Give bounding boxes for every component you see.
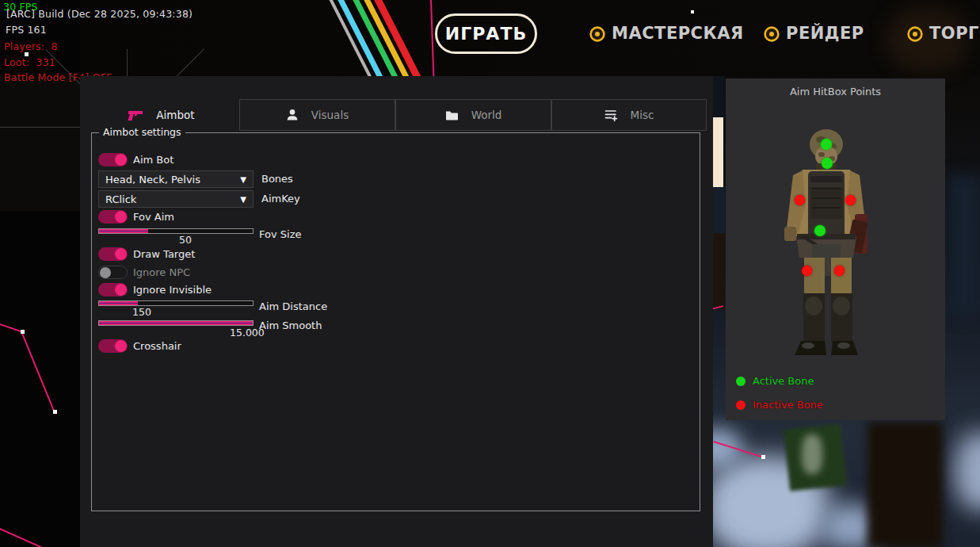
tab-label: Aimbot [156, 109, 194, 121]
esp-line [0, 528, 43, 547]
bone-dot-neck[interactable] [822, 158, 833, 169]
nav-item-raider[interactable]: РЕЙДЕР [786, 24, 864, 43]
esp-line [0, 323, 23, 333]
ignore-npc-label: Ignore NPC [133, 266, 190, 278]
draw-target-toggle[interactable] [98, 247, 128, 261]
play-button[interactable]: ИГРАТЬ [435, 13, 537, 54]
ignore-invisible-label: Ignore Invisible [133, 284, 212, 296]
ignore-invisible-toggle[interactable] [98, 283, 128, 296]
tab-label: World [471, 109, 502, 121]
fov-aim-label: Fov Aim [133, 211, 174, 223]
background-light-blob [704, 456, 830, 547]
aim-bot-toggle[interactable] [98, 153, 128, 166]
bones-dropdown[interactable]: Head, Neck, Pelvis ▼ [98, 170, 254, 188]
active-bone-label: Active Bone [753, 375, 814, 387]
background-light-blob [955, 432, 980, 511]
bone-dot-right-arm[interactable] [795, 195, 805, 205]
aim-smooth-label: Aim Smooth [259, 319, 322, 331]
dropdown-arrow-icon: ▼ [240, 175, 246, 184]
aimkey-dropdown-value: RClick [105, 193, 136, 205]
esp-joint-dot [21, 330, 25, 334]
bone-dot-head[interactable] [821, 139, 832, 150]
background-light-blob [820, 503, 883, 547]
ignore-npc-toggle[interactable] [98, 266, 128, 279]
players-counter: Players: 8 [4, 40, 58, 52]
fov-size-value: 50 [179, 234, 192, 246]
groupbox-title: Aimbot settings [99, 126, 185, 138]
esp-joint-dot [53, 410, 57, 414]
person-icon [286, 109, 299, 121]
esp-joint-dot [761, 455, 765, 459]
esp-line [21, 331, 55, 411]
tab-misc[interactable]: Misc [551, 99, 707, 131]
tab-label: Visuals [311, 109, 349, 121]
play-button-label: ИГРАТЬ [445, 24, 527, 44]
background-left-wall [0, 76, 80, 211]
screen: 30 FPS [ARC] Build (Dec 28 2025, 09:43:3… [0, 0, 980, 547]
loot-counter: Loot: 331 [4, 56, 55, 68]
background-pillar [868, 422, 943, 547]
tab-visuals[interactable]: Visuals [239, 99, 395, 131]
aimkey-dropdown[interactable]: RClick ▼ [98, 190, 254, 208]
legend-active-bone: Active Bone [736, 375, 814, 387]
pistol-icon [128, 109, 143, 121]
folder-icon [445, 109, 459, 121]
exit-sign [784, 423, 847, 491]
fov-size-label: Fov Size [259, 228, 301, 240]
aimkey-label: AimKey [261, 193, 300, 205]
build-info: [ARC] Build (Dec 28 2025, 09:43:38) [6, 8, 193, 20]
bones-dropdown-value: Head, Neck, Pelvis [105, 174, 200, 186]
bone-dot-pelvis[interactable] [814, 225, 826, 236]
tab-world[interactable]: World [395, 99, 551, 131]
aim-distance-value: 150 [132, 306, 151, 318]
fov-size-slider[interactable] [98, 228, 254, 234]
esp-line [430, 0, 434, 76]
game-marker-dot [691, 10, 694, 13]
bone-dot-right-thigh[interactable] [802, 266, 812, 276]
background-blue-column [948, 174, 980, 317]
bones-label: Bones [261, 173, 293, 185]
esp-line [713, 441, 764, 458]
coin-icon [907, 26, 923, 42]
exit-sign-figure [802, 434, 822, 474]
aim-distance-slider[interactable] [98, 300, 254, 306]
nav-item-torgovets[interactable]: ТОРГО [929, 24, 980, 43]
nav-item-masterskaya[interactable]: МАСТЕРСКАЯ [612, 24, 744, 43]
sliders-icon [604, 109, 618, 122]
aim-hitbox-panel: Aim HitBox Points [726, 78, 945, 420]
aim-distance-label: Aim Distance [259, 300, 327, 312]
cheat-menu-panel: Aimbot Visuals World Misc Aimbot setting… [80, 76, 713, 547]
draw-target-label: Draw Target [133, 248, 195, 260]
coin-icon [589, 26, 605, 42]
crosshair-toggle[interactable] [98, 339, 128, 353]
bone-dot-left-thigh[interactable] [834, 266, 845, 276]
crosshair-label: Crosshair [133, 340, 181, 352]
inactive-bone-dot-icon [736, 400, 745, 410]
legend-inactive-bone: Inactive Bone [736, 399, 823, 411]
fov-aim-toggle[interactable] [98, 210, 128, 224]
fps-counter: FPS 161 [6, 24, 47, 36]
dropdown-arrow-icon: ▼ [240, 195, 246, 204]
wireframe-line [0, 127, 80, 128]
aim-smooth-slider[interactable] [98, 320, 254, 326]
inactive-bone-label: Inactive Bone [753, 399, 823, 411]
active-bone-dot-icon [736, 377, 745, 386]
hitbox-panel-title: Aim HitBox Points [726, 86, 945, 98]
bone-dot-left-arm[interactable] [845, 195, 856, 205]
aim-bot-label: Aim Bot [133, 154, 174, 166]
tab-label: Misc [631, 109, 654, 121]
coin-icon [764, 26, 780, 42]
